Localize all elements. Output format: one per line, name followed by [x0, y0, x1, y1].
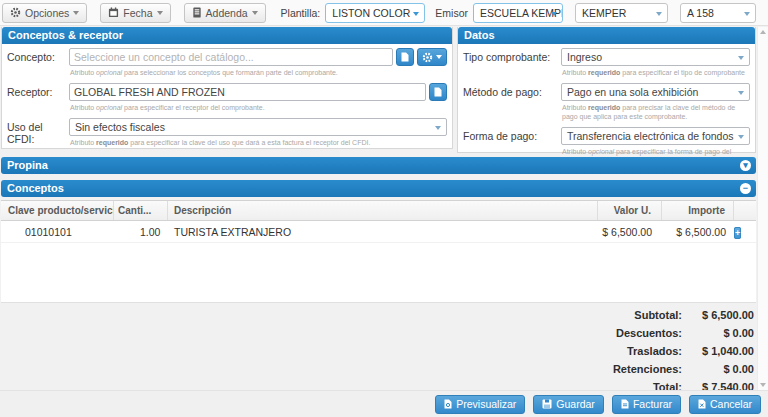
fecha-button[interactable]: Fecha [100, 3, 170, 23]
chevron-down-icon [435, 126, 441, 130]
chevron-down-icon [551, 12, 557, 16]
cell-clave: 01010101 [1, 221, 114, 242]
traslados-row: Traslados: $ 1,040.00 [613, 346, 754, 357]
receptor-input[interactable] [69, 83, 426, 101]
metodo-pago-help: Atributo requerido para precisar la clav… [562, 103, 750, 121]
subtotal-value: $ 6,500.00 [682, 310, 754, 321]
document-icon [401, 52, 409, 62]
chevron-down-icon [744, 12, 750, 16]
emisor-label: Emisor [435, 7, 468, 19]
metodo-pago-select[interactable]: Pago en una sola exhibición [561, 83, 750, 101]
addenda-label: Addenda [206, 7, 248, 19]
tipo-comprobante-row: Tipo comprobante: Ingreso Atributo reque… [458, 44, 755, 79]
tipo-comprobante-label: Tipo comprobante: [463, 48, 561, 79]
chevron-down-icon [413, 12, 419, 16]
cancelar-button[interactable]: Cancelar [689, 395, 761, 414]
concepto-catalog-button[interactable] [396, 48, 414, 66]
facturar-button[interactable]: Facturar [612, 395, 681, 414]
subtotal-row: Subtotal: $ 6,500.00 [613, 310, 754, 321]
fecha-label: Fecha [123, 7, 152, 19]
receptor-help: Atributo opcional para especificar el re… [70, 103, 447, 112]
traslados-value: $ 1,040.00 [682, 346, 754, 357]
forma-pago-value: Transferencia electrónica de fondos [567, 130, 734, 142]
serie-value: KEMPER [582, 7, 626, 19]
conceptos-receptor-panel-title: Conceptos & receptor [2, 27, 452, 44]
scroll-up-icon[interactable] [760, 30, 766, 34]
previsualizar-label: Previsualizar [456, 398, 516, 410]
column-header-cantidad[interactable]: Canti... [114, 201, 168, 220]
chevron-down-icon [738, 56, 744, 60]
gear-icon [10, 7, 21, 18]
column-header-actions [734, 201, 756, 220]
conceptos-receptor-panel: Conceptos & receptor Concepto: A [1, 27, 453, 149]
preview-document-icon [444, 399, 452, 409]
descuentos-value: $ 0.00 [682, 328, 754, 339]
save-floppy-icon [542, 399, 552, 409]
datos-panel: Datos Tipo comprobante: Ingreso Atributo… [457, 27, 756, 153]
uso-cfdi-value: Sin efectos fiscales [75, 121, 165, 133]
facturar-label: Facturar [633, 398, 672, 410]
table-row[interactable]: 01010101 1.00 TURISTA EXTRANJERO $ 6,500… [1, 221, 756, 243]
retenciones-value: $ 0.00 [682, 364, 754, 375]
conceptos-grid: Clave producto/servicio Canti... Descrip… [1, 200, 756, 303]
chevron-down-icon [738, 91, 744, 95]
column-header-clave[interactable]: Clave producto/servicio [1, 201, 114, 220]
cell-cantidad: 1.00 [114, 221, 168, 242]
concepto-settings-button[interactable] [417, 48, 447, 66]
expand-icon[interactable]: ▾ [740, 160, 751, 171]
retenciones-label: Retenciones: [613, 364, 682, 375]
retenciones-row: Retenciones: $ 0.00 [613, 364, 754, 375]
chevron-down-icon [436, 55, 442, 59]
opciones-label: Opciones [25, 7, 69, 19]
document-icon [434, 87, 442, 97]
gear-icon [422, 52, 433, 63]
receptor-row: Receptor: Atributo opcional para especif… [2, 79, 452, 114]
concepto-input[interactable] [69, 48, 393, 66]
previsualizar-button[interactable]: Previsualizar [435, 395, 525, 414]
plantilla-select[interactable]: LISTON COLOR [325, 3, 425, 23]
uso-cfdi-help: Atributo requerido para especificar la c… [70, 138, 447, 147]
guardar-button[interactable]: Guardar [533, 395, 604, 414]
receptor-label: Receptor: [7, 83, 69, 114]
opciones-button[interactable]: Opciones [2, 3, 87, 23]
chevron-down-icon [738, 135, 744, 139]
folio-select[interactable]: A 158 [680, 3, 756, 23]
propina-section-header[interactable]: Propina ▾ [1, 157, 756, 174]
vertical-scrollbar[interactable] [757, 27, 768, 390]
invoice-document-icon [621, 399, 629, 409]
cell-valor: $ 6,500.00 [598, 221, 662, 242]
folio-value: A 158 [687, 7, 714, 19]
cell-importe: $ 6,500.00 [662, 221, 734, 242]
chevron-down-icon [656, 12, 662, 16]
uso-cfdi-label: Uso del CFDI: [7, 118, 69, 149]
add-concepto-button[interactable]: + [734, 227, 741, 239]
scroll-down-icon[interactable] [760, 383, 766, 387]
column-header-valor[interactable]: Valor U. [598, 201, 662, 220]
calendar-icon [108, 7, 119, 18]
forma-pago-select[interactable]: Transferencia electrónica de fondos [561, 127, 750, 145]
subtotal-label: Subtotal: [634, 310, 682, 321]
chevron-down-icon [157, 11, 163, 15]
conceptos-title: Conceptos [7, 182, 64, 194]
uso-cfdi-select[interactable]: Sin efectos fiscales [69, 118, 447, 136]
emisor-select[interactable]: ESCUELA KEMPER U [473, 3, 563, 23]
propina-title: Propina [7, 159, 48, 171]
tipo-comprobante-select[interactable]: Ingreso [561, 48, 750, 66]
serie-select[interactable]: KEMPER [575, 3, 668, 23]
plantilla-label: Plantilla: [281, 7, 321, 19]
guardar-label: Guardar [556, 398, 595, 410]
notepad-icon [192, 7, 202, 18]
plantilla-value: LISTON COLOR [332, 7, 410, 19]
addenda-button[interactable]: Addenda [184, 3, 266, 23]
grid-header: Clave producto/servicio Canti... Descrip… [1, 200, 756, 221]
cell-descripcion: TURISTA EXTRANJERO [168, 221, 598, 242]
totals-summary: Subtotal: $ 6,500.00 Descuentos: $ 0.00 … [613, 310, 754, 400]
column-header-importe[interactable]: Importe [662, 201, 734, 220]
receptor-catalog-button[interactable] [429, 83, 447, 101]
collapse-icon[interactable]: − [740, 183, 751, 194]
concepto-help: Atributo opcional para seleccionar los c… [70, 68, 447, 77]
cancel-document-icon [698, 399, 706, 409]
column-header-descripcion[interactable]: Descripción [168, 201, 598, 220]
conceptos-section-header[interactable]: Conceptos − [1, 180, 756, 197]
chevron-down-icon [73, 11, 79, 15]
